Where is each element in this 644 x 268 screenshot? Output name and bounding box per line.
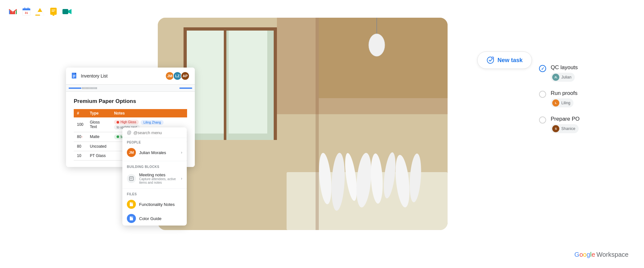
svg-rect-20 xyxy=(229,31,267,134)
svg-rect-3 xyxy=(23,10,30,10)
task-name-proofs: Run proofs xyxy=(551,90,577,97)
svg-point-28 xyxy=(369,34,385,56)
table-heading: Premium Paper Options xyxy=(74,98,187,105)
svg-rect-26 xyxy=(319,18,448,98)
menu-item-func-notes[interactable]: Functionality Notes xyxy=(122,197,187,211)
svg-rect-43 xyxy=(73,77,74,78)
menu-item-julian[interactable]: JM Julian Morales › xyxy=(122,145,187,160)
avatar-3: AP xyxy=(181,71,190,80)
search-row[interactable]: @ xyxy=(122,127,187,138)
task-info-proofs: Run proofs L Liling xyxy=(551,90,577,107)
cell-type: Uncoated xyxy=(87,142,111,151)
gmail-icon[interactable] xyxy=(8,6,18,17)
task-assignee-proofs: L Liling xyxy=(551,98,573,107)
svg-rect-45 xyxy=(129,177,133,180)
svg-marker-16 xyxy=(68,9,71,14)
block-sub: Capture attendees, active items and note… xyxy=(139,177,178,184)
assignee-avatar-julian: JL xyxy=(552,74,559,81)
task-assignee-po: S Shanice xyxy=(551,124,578,133)
cell-num: 10 xyxy=(74,151,87,161)
docs-icon xyxy=(71,72,78,79)
task-assignee-qc: JL Julian xyxy=(551,73,574,82)
svg-rect-38 xyxy=(316,18,319,230)
file-blue-icon xyxy=(127,214,136,223)
section-blocks-label: BUILDING BLOCKS xyxy=(122,162,187,170)
svg-rect-42 xyxy=(73,76,75,77)
assignee-name-liling: Liling xyxy=(561,101,570,105)
task-info-qc: QC layouts JL Julian xyxy=(551,64,578,82)
background-photo xyxy=(158,18,448,230)
svg-rect-22 xyxy=(274,27,277,140)
assignee-name-julian: Julian xyxy=(561,75,571,79)
menu-item-meeting-notes[interactable]: Meeting notes Capture attendees, active … xyxy=(122,170,187,187)
task-name-qc: QC layouts xyxy=(551,64,578,71)
menu-divider-2 xyxy=(122,188,187,189)
top-bar: 31 xyxy=(8,6,72,17)
svg-rect-15 xyxy=(62,9,68,14)
ruler-bar xyxy=(66,85,195,92)
svg-rect-49 xyxy=(130,217,133,220)
svg-rect-14 xyxy=(52,11,54,12)
drive-icon[interactable] xyxy=(35,6,45,17)
gws-branding: Google Workspace xyxy=(574,251,629,258)
cell-type: PT Glass xyxy=(87,151,111,161)
task-checkbox-proofs[interactable] xyxy=(539,91,546,98)
keep-icon[interactable] xyxy=(48,6,59,17)
widget-header: Inventory List JM LZ AP xyxy=(66,68,195,85)
avatars: JM LZ AP xyxy=(166,71,190,80)
file-name-1: Functionality Notes xyxy=(139,202,182,207)
assignee-avatar-shanice: S xyxy=(552,125,559,132)
new-task-button[interactable]: New task xyxy=(477,51,532,69)
col-type: Type xyxy=(87,109,111,117)
svg-rect-48 xyxy=(130,202,133,206)
menu-item-color-guide[interactable]: Color Guide xyxy=(122,211,187,226)
section-people-label: PEOPLE xyxy=(122,138,187,145)
section-files-label: FILES xyxy=(122,190,187,197)
cell-type: Matte xyxy=(87,132,111,142)
task-item-proofs: Run proofs L Liling xyxy=(539,90,580,107)
assignee-avatar-liling: L xyxy=(552,99,559,106)
google-text: Google xyxy=(574,251,595,258)
doc-title: Inventory List xyxy=(81,73,164,79)
file-name-2: Color Guide xyxy=(139,216,182,221)
photo-background xyxy=(158,18,448,230)
svg-rect-13 xyxy=(52,10,55,10)
assignee-name-shanice: Shanice xyxy=(561,126,575,131)
col-notes: Notes xyxy=(111,109,187,117)
task-name-po: Prepare PO xyxy=(551,116,580,122)
svg-rect-41 xyxy=(73,75,75,76)
new-task-label: New task xyxy=(497,57,523,64)
tasks-panel: QC layouts JL Julian Run proofs L Liling… xyxy=(539,64,580,142)
arrow-icon-2: › xyxy=(181,176,182,181)
svg-marker-8 xyxy=(38,8,42,12)
task-checkbox-po[interactable] xyxy=(539,116,546,124)
cell-num: 100 xyxy=(74,117,87,132)
file-yellow-icon xyxy=(127,200,136,209)
task-info-po: Prepare PO S Shanice xyxy=(551,116,580,133)
cell-num: 80↑ xyxy=(74,132,87,142)
dropdown-menu: @ PEOPLE JM Julian Morales › BUILDING BL… xyxy=(122,127,187,226)
svg-text:31: 31 xyxy=(25,11,28,14)
task-item-po: Prepare PO S Shanice xyxy=(539,116,580,133)
person-name: Julian Morales xyxy=(139,150,178,155)
meet-icon[interactable] xyxy=(62,6,72,17)
new-task-icon xyxy=(487,56,494,64)
svg-rect-23 xyxy=(184,27,274,31)
person-icon: JM xyxy=(127,148,136,157)
task-item-qc: QC layouts JL Julian xyxy=(539,64,580,82)
workspace-text: Workspace xyxy=(596,251,629,258)
cell-num: 80 xyxy=(74,142,87,151)
search-input[interactable] xyxy=(133,130,182,135)
arrow-icon: › xyxy=(181,150,182,155)
meeting-icon xyxy=(127,174,136,183)
svg-rect-24 xyxy=(224,27,226,140)
cell-type: Gloss Text xyxy=(87,117,111,132)
calendar-icon[interactable]: 31 xyxy=(21,6,32,17)
block-name: Meeting notes xyxy=(139,172,178,177)
svg-rect-12 xyxy=(52,15,54,16)
menu-divider xyxy=(122,161,187,161)
tag-liling: Liling Zhang xyxy=(141,120,163,125)
col-num: # xyxy=(74,109,87,117)
tag-high-gloss: High Gloss xyxy=(114,120,139,125)
task-checkbox-qc[interactable] xyxy=(539,65,546,72)
